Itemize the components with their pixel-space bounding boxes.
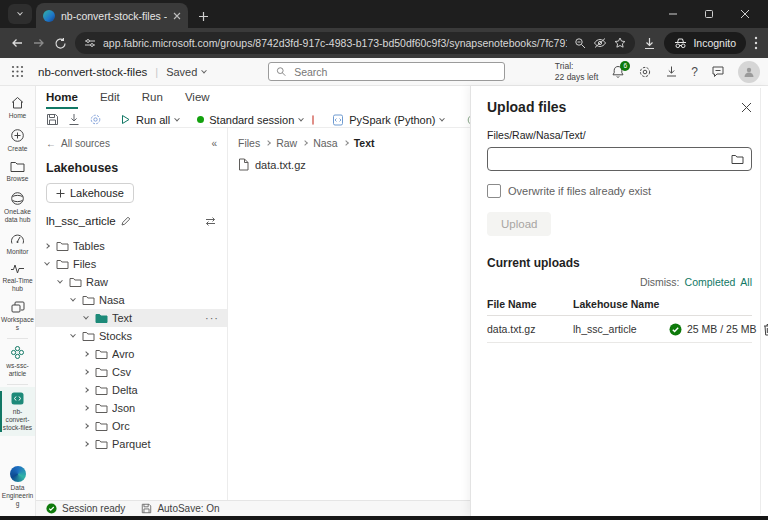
file-item[interactable]: data.txt.gz (228, 149, 470, 171)
tree-expand-icon[interactable] (81, 316, 91, 320)
tree-item[interactable]: Parquet ··· (36, 435, 227, 453)
tree-expand-icon[interactable] (81, 370, 91, 374)
url-bar[interactable]: app.fabric.microsoft.com/groups/8742d3fd… (75, 32, 635, 54)
close-button[interactable] (732, 4, 758, 24)
delete-upload-icon[interactable] (756, 323, 768, 336)
tree-item[interactable]: Avro ··· (36, 345, 227, 363)
dismiss-completed-link[interactable]: Completed (685, 276, 736, 288)
notebook-icon (332, 114, 344, 126)
onelake-icon (10, 191, 25, 206)
tree-item[interactable]: Tables ··· (36, 237, 227, 255)
waffle-menu-icon[interactable] (11, 65, 24, 78)
tab-view[interactable]: View (185, 91, 210, 109)
incognito-badge: Incognito (664, 32, 746, 54)
save-state-dropdown[interactable]: Saved (166, 66, 206, 78)
back-icon[interactable] (10, 37, 24, 49)
tree-expand-icon[interactable] (81, 406, 91, 410)
file-picker-field[interactable] (487, 147, 752, 171)
nav-workspaces[interactable]: Workspaces (0, 297, 35, 336)
browse-folder-icon[interactable] (731, 154, 744, 165)
account-avatar[interactable] (738, 61, 760, 83)
upload-file-input[interactable] (495, 152, 725, 166)
upload-button[interactable]: Upload (487, 212, 551, 236)
tree-expand-icon[interactable] (42, 244, 52, 248)
downloads-button[interactable] (665, 65, 678, 78)
nav-experience-switcher[interactable]: Data Engineering (0, 462, 35, 512)
tree-item[interactable]: Delta ··· (36, 381, 227, 399)
site-info-icon[interactable] (84, 37, 96, 49)
tab-search-button[interactable] (8, 4, 32, 24)
tree-item[interactable]: Csv ··· (36, 363, 227, 381)
zoom-icon[interactable] (574, 37, 586, 49)
bookmark-star-icon[interactable] (614, 37, 626, 49)
tree-expand-icon[interactable] (81, 352, 91, 356)
refresh-icon[interactable] (54, 37, 67, 50)
switch-lakehouse-icon[interactable] (204, 216, 217, 227)
nav-notebook-nb-convert-stock-files[interactable]: nb-convert- stock-files (0, 387, 35, 436)
nav-real-time-hub[interactable]: Real-Time hub (0, 259, 35, 297)
tree-expand-icon[interactable] (42, 262, 52, 266)
language-dropdown[interactable]: PySpark (Python) (332, 114, 444, 126)
nav-home[interactable]: Home (0, 92, 35, 124)
nav-monitor[interactable]: Monitor (0, 228, 35, 260)
tree-item[interactable]: Raw ··· (36, 273, 227, 291)
tab-close-icon[interactable] (173, 12, 181, 20)
run-all-button[interactable]: Run all (120, 114, 179, 126)
tree-item[interactable]: Text ··· (36, 309, 227, 327)
overwrite-checkbox[interactable] (487, 184, 501, 198)
browser-menu-icon[interactable] (754, 36, 758, 50)
add-lakehouse-button[interactable]: Lakehouse (46, 183, 134, 203)
breadcrumb-raw[interactable]: Raw (276, 137, 297, 149)
breadcrumb-files[interactable]: Files (238, 137, 260, 149)
tree-item[interactable]: Files ··· (36, 255, 227, 273)
tab-edit[interactable]: Edit (100, 91, 120, 109)
tree-expand-icon[interactable] (81, 442, 91, 446)
global-search[interactable] (268, 62, 505, 81)
session-status-dropdown[interactable]: Standard session (197, 114, 303, 126)
breadcrumb-nasa[interactable]: Nasa (313, 137, 338, 149)
feedback-button[interactable] (711, 65, 725, 78)
close-panel-icon[interactable] (741, 102, 752, 113)
new-tab-button[interactable] (198, 11, 209, 22)
session-settings-icon[interactable] (89, 113, 102, 126)
tab-home[interactable]: Home (46, 91, 78, 109)
tree-expand-icon[interactable] (81, 388, 91, 392)
nav-workspace-ws-ssc-article[interactable]: ws-ssc- article (0, 341, 35, 382)
download-icon[interactable] (643, 37, 656, 50)
stop-session-button[interactable] (312, 115, 314, 125)
notifications-button[interactable]: 6 (611, 65, 625, 79)
help-button[interactable]: ? (691, 65, 698, 79)
tree-item[interactable]: Stocks ··· (36, 327, 227, 345)
settings-button[interactable] (638, 65, 652, 79)
save-icon[interactable] (46, 113, 59, 126)
tree-expand-icon[interactable] (55, 280, 65, 284)
autosave-status[interactable]: AutoSave: On (141, 503, 219, 514)
tab-run[interactable]: Run (142, 91, 163, 109)
eye-blocked-icon[interactable] (593, 37, 607, 49)
edit-pencil-icon[interactable] (121, 216, 131, 226)
browser-toolbar: app.fabric.microsoft.com/groups/8742d3fd… (0, 28, 768, 58)
overwrite-option[interactable]: Overwrite if files already exist (487, 184, 752, 198)
tree-expand-icon[interactable] (68, 334, 78, 338)
search-input[interactable] (292, 65, 497, 79)
dismiss-all-link[interactable]: All (740, 276, 752, 288)
more-options-icon[interactable]: ··· (205, 312, 219, 324)
tree-item[interactable]: Nasa ··· (36, 291, 227, 309)
tree-item[interactable]: Orc ··· (36, 417, 227, 435)
minimize-button[interactable] (660, 4, 686, 24)
export-icon[interactable] (68, 113, 80, 126)
dismiss-label: Dismiss: (640, 276, 680, 288)
forward-icon[interactable] (32, 37, 46, 49)
tree-item[interactable]: Json ··· (36, 399, 227, 417)
nav-browse[interactable]: Browse (0, 157, 35, 187)
maximize-button[interactable] (696, 4, 722, 24)
tree-expand-icon[interactable] (81, 424, 91, 428)
browser-tab[interactable]: nb-convert-stock-files - Synaps (36, 3, 188, 28)
tree-expand-icon[interactable] (68, 298, 78, 302)
chevron-down-icon (202, 67, 208, 73)
url-text[interactable]: app.fabric.microsoft.com/groups/8742d3fd… (103, 37, 567, 49)
collapse-panel-icon[interactable]: « (211, 138, 217, 149)
nav-create[interactable]: Create (0, 124, 35, 157)
nav-onelake-data-hub[interactable]: OneLake data hub (0, 187, 35, 228)
all-sources-back[interactable]: ←All sources (46, 138, 110, 149)
